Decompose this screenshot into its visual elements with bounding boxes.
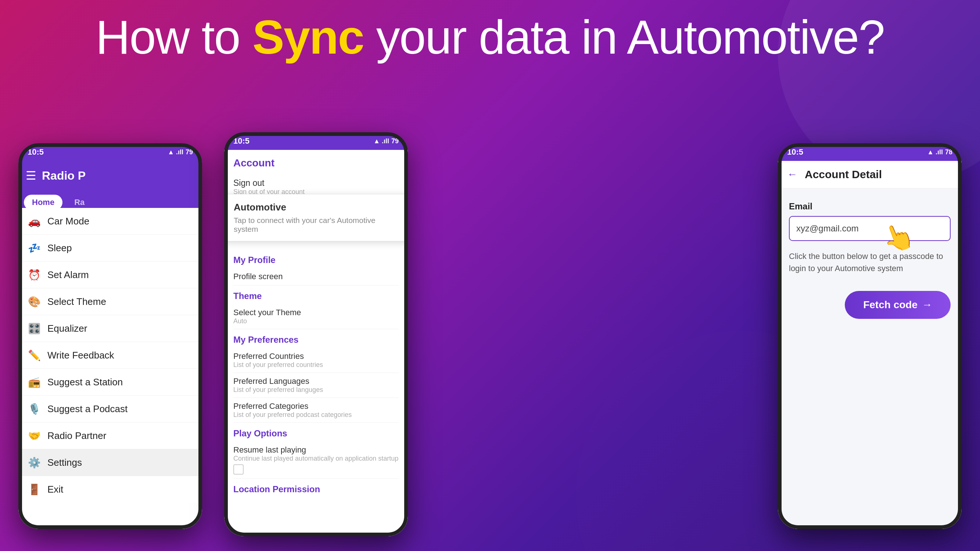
phone-3: 10:5 ▲ .ıll 78 ← Account Detail Email Cl… bbox=[778, 143, 962, 529]
phone2-content: Account Sign out Sign out of your accoun… bbox=[224, 150, 408, 536]
theme-icon: 🎨 bbox=[27, 295, 41, 308]
theme-item[interactable]: Select your Theme Auto bbox=[233, 304, 399, 329]
alarm-icon: ⏰ bbox=[27, 268, 41, 281]
resume-playing-checkbox-row bbox=[233, 464, 399, 475]
email-label: Email bbox=[789, 201, 951, 211]
phone1-signal-icon: ▲ .ıll bbox=[167, 148, 183, 156]
sidebar-item-theme[interactable]: 🎨 Select Theme bbox=[18, 288, 202, 315]
sidebar-partner-label: Radio Partner bbox=[48, 430, 106, 441]
partner-icon: 🤝 bbox=[27, 429, 41, 442]
preferred-languages-label: Preferred Languages bbox=[233, 376, 399, 386]
sidebar-theme-label: Select Theme bbox=[48, 296, 106, 308]
preferred-countries-desc: List of your preferred countries bbox=[233, 361, 399, 369]
theme-value: Auto bbox=[233, 318, 399, 325]
podcast-icon: 🎙️ bbox=[27, 402, 41, 416]
sidebar-alarm-label: Set Alarm bbox=[48, 269, 89, 281]
account-detail-title: Account Detail bbox=[805, 168, 882, 181]
hamburger-icon[interactable]: ☰ bbox=[26, 168, 37, 183]
phone3-signal-icon: ▲ .ıll bbox=[927, 148, 943, 156]
phone-1: 10:5 ▲ .ıll 79 ☰ Radio P Home Ra Trendin… bbox=[18, 143, 202, 529]
preferred-categories-item[interactable]: Preferred Categories List of your prefer… bbox=[233, 398, 399, 423]
profile-screen-item[interactable]: Profile screen bbox=[233, 268, 399, 286]
resume-playing-label: Resume last playing bbox=[233, 445, 399, 455]
preferred-languages-desc: List of your preferred languges bbox=[233, 386, 399, 394]
account-section-title: Account bbox=[233, 157, 399, 169]
phone1-time: 10:5 bbox=[27, 147, 44, 157]
station-icon: 📻 bbox=[27, 375, 41, 389]
settings-icon: ⚙️ bbox=[27, 456, 41, 469]
my-profile-title: My Profile bbox=[233, 255, 399, 265]
carmode-icon: 🚗 bbox=[27, 214, 41, 228]
sidebar-item-settings[interactable]: ⚙️ Settings bbox=[18, 449, 202, 476]
play-options-title: Play Options bbox=[233, 428, 399, 438]
phone1-app-bar: ☰ Radio P bbox=[18, 161, 202, 190]
phone2-signal-icon: ▲ .ıll bbox=[373, 137, 389, 145]
phone2-scrollable: My Profile Profile screen Theme Select y… bbox=[224, 244, 408, 536]
email-input[interactable] bbox=[789, 216, 951, 241]
fetch-code-arrow: → bbox=[922, 299, 932, 311]
phone-2: 10:5 ▲ .ıll 79 Account Sign out Sign out… bbox=[224, 132, 408, 536]
page-title: How to Sync your data in Automotive? bbox=[0, 11, 980, 64]
sleep-icon: 💤 bbox=[27, 241, 41, 254]
title-bold: Sync bbox=[253, 10, 364, 64]
preferred-categories-desc: List of your preferred podcast categorie… bbox=[233, 411, 399, 419]
sidebar-item-station[interactable]: 📻 Suggest a Station bbox=[18, 369, 202, 395]
equalizer-icon: 🎛️ bbox=[27, 322, 41, 335]
phone2-status-icons: ▲ .ıll 79 bbox=[373, 137, 399, 145]
sidebar-item-exit[interactable]: 🚪 Exit bbox=[18, 476, 202, 502]
resume-playing-desc: Continue last played automatically on ap… bbox=[233, 455, 399, 462]
sidebar-item-partner[interactable]: 🤝 Radio Partner bbox=[18, 422, 202, 449]
phone1-battery-icon: 79 bbox=[186, 148, 193, 156]
feedback-icon: ✏️ bbox=[27, 349, 41, 362]
resume-playing-checkbox[interactable] bbox=[233, 464, 243, 475]
automotive-desc: Tap to connect with your car's Automotiv… bbox=[234, 216, 398, 233]
sidebar-equalizer-label: Equalizer bbox=[48, 323, 87, 334]
title-part1: How to bbox=[95, 10, 253, 64]
sidebar-item-alarm[interactable]: ⏰ Set Alarm bbox=[18, 262, 202, 288]
sidebar-overlay: 🚗 Car Mode 💤 Sleep ⏰ Set Alarm 🎨 Select … bbox=[18, 208, 202, 502]
profile-screen-label: Profile screen bbox=[233, 272, 399, 281]
sidebar-item-carmode[interactable]: 🚗 Car Mode bbox=[18, 208, 202, 235]
sidebar-item-equalizer[interactable]: 🎛️ Equalizer bbox=[18, 315, 202, 342]
account-detail-body: Email Click the button below to get a pa… bbox=[778, 189, 962, 332]
app-title: Radio P bbox=[42, 169, 195, 183]
phone2-battery-icon: 79 bbox=[391, 137, 399, 145]
sidebar-settings-label: Settings bbox=[48, 457, 82, 468]
phone1-content: ☰ Radio P Home Ra Trending Near Y 🎭 Shop… bbox=[18, 161, 202, 529]
sidebar-station-label: Suggest a Station bbox=[48, 376, 123, 388]
phone2-time: 10:5 bbox=[233, 136, 250, 146]
preferred-languages-item[interactable]: Preferred Languages List of your preferr… bbox=[233, 373, 399, 398]
automotive-popup[interactable]: Automotive Tap to connect with your car'… bbox=[224, 194, 408, 241]
exit-icon: 🚪 bbox=[27, 483, 41, 496]
back-button[interactable]: ← bbox=[787, 168, 797, 180]
resume-playing-item[interactable]: Resume last playing Continue last played… bbox=[233, 441, 399, 479]
preferred-countries-item[interactable]: Preferred Countries List of your preferr… bbox=[233, 348, 399, 373]
account-detail-header: ← Account Detail bbox=[778, 161, 962, 189]
sidebar-item-sleep[interactable]: 💤 Sleep bbox=[18, 235, 202, 262]
location-title: Location Permission bbox=[233, 484, 399, 494]
phone3-content: ← Account Detail Email Click the button … bbox=[778, 161, 962, 529]
phone1-status-icons: ▲ .ıll 79 bbox=[167, 148, 193, 156]
preferred-categories-label: Preferred Categories bbox=[233, 402, 399, 411]
sidebar-item-podcast[interactable]: 🎙️ Suggest a Podcast bbox=[18, 395, 202, 422]
theme-select-label: Select your Theme bbox=[233, 308, 399, 318]
preferences-title: My Preferences bbox=[233, 335, 399, 345]
sidebar-sleep-label: Sleep bbox=[48, 243, 72, 254]
fetch-code-label: Fetch code bbox=[863, 299, 918, 311]
sidebar-exit-label: Exit bbox=[48, 484, 63, 495]
theme-title: Theme bbox=[233, 291, 399, 301]
phone2-status-bar: 10:5 ▲ .ıll 79 bbox=[224, 132, 408, 150]
phone3-status-bar: 10:5 ▲ .ıll 78 bbox=[778, 143, 962, 161]
sidebar-carmode-label: Car Mode bbox=[48, 216, 89, 227]
phone3-status-icons: ▲ .ıll 78 bbox=[927, 148, 953, 156]
sidebar-podcast-label: Suggest a Podcast bbox=[48, 403, 127, 415]
sign-out-label: Sign out bbox=[233, 178, 399, 188]
sidebar-item-feedback[interactable]: ✏️ Write Feedback bbox=[18, 342, 202, 369]
sidebar-feedback-label: Write Feedback bbox=[48, 350, 114, 361]
phone3-battery-icon: 78 bbox=[945, 148, 953, 156]
preferred-countries-label: Preferred Countries bbox=[233, 351, 399, 361]
automotive-title: Automotive bbox=[234, 202, 398, 213]
title-part2: your data in Automotive? bbox=[364, 10, 885, 64]
phone3-time: 10:5 bbox=[787, 147, 803, 157]
fetch-code-button[interactable]: Fetch code → bbox=[845, 291, 951, 319]
